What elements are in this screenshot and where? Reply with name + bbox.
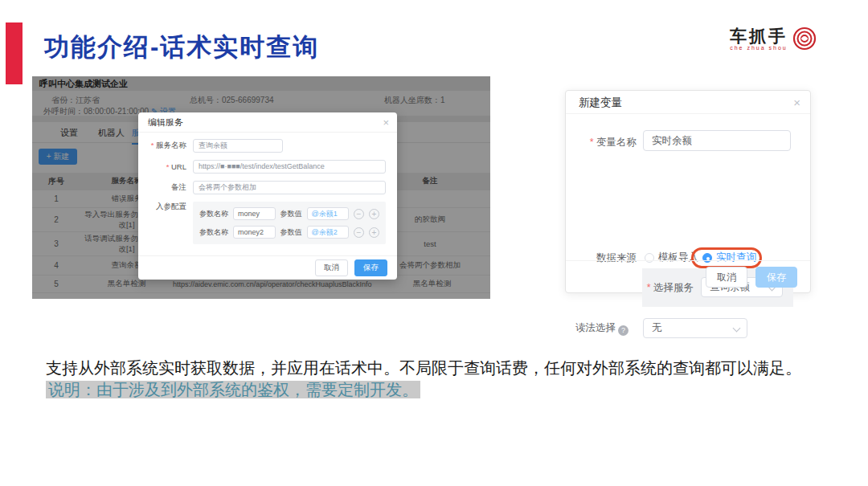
param-row: 参数名称 money 参数值 @余额1 − + (199, 207, 379, 220)
remark-label: 备注 (146, 182, 193, 193)
cancel-button[interactable]: 取消 (315, 259, 348, 276)
page-title: 功能介绍-话术实时查询 (44, 31, 319, 64)
plus-icon[interactable]: + (369, 227, 379, 238)
description-block: 支持从外部系统实时获取数据，并应用在话术中。不局限于查询话费，任何对外部系统的查… (46, 357, 801, 401)
service-name-label: 服务名称 (146, 141, 193, 151)
question-icon[interactable]: ? (618, 325, 628, 336)
dialog-title: 新建变量 (579, 96, 622, 108)
logo-mark-icon (792, 26, 817, 51)
cancel-button[interactable]: 取消 (706, 267, 747, 288)
brand-logo: 车抓手 che zhua shou (730, 26, 817, 51)
save-button[interactable]: 保存 (354, 259, 387, 276)
logo-subtext: che zhua shou (730, 45, 788, 51)
reading-dropdown[interactable]: 无 (643, 318, 747, 338)
var-name-input[interactable]: 实时余额 (643, 130, 791, 151)
param-value-input[interactable]: @余额1 (307, 207, 350, 220)
dialog-footer: 取消 保存 (566, 260, 810, 292)
param-value-input[interactable]: @余额2 (307, 226, 350, 239)
param-row: 参数名称 money2 参数值 @余额2 − + (199, 226, 379, 239)
description-line: 支持从外部系统实时获取数据，并应用在话术中。不局限于查询话费，任何对外部系统的查… (46, 357, 801, 379)
remark-input[interactable]: 会将两个参数相加 (193, 181, 386, 194)
plus-icon[interactable]: + (369, 209, 379, 219)
edit-service-modal: 编辑服务 × 服务名称 查询余额 URL https://■·■■■/test/… (138, 112, 397, 280)
url-label: URL (146, 162, 193, 171)
minus-icon[interactable]: − (354, 209, 364, 219)
param-name-input[interactable]: money (233, 207, 276, 220)
var-name-label: 变量名称 (563, 136, 637, 149)
reading-label: 读法选择? (555, 321, 628, 336)
slide-canvas: 功能介绍-话术实时查询 车抓手 che zhua shou 呼叫中心集成测试企业… (0, 0, 868, 486)
accent-bar (6, 22, 23, 84)
params-panel: 参数名称 money 参数值 @余额1 − + 参数名称 money2 参数值 … (193, 202, 386, 244)
minus-icon[interactable]: − (354, 227, 364, 238)
save-button[interactable]: 保存 (755, 267, 797, 288)
logo-text: 车抓手 (730, 27, 788, 45)
chevron-down-icon (733, 325, 741, 333)
modal-title: 编辑服务 (148, 117, 183, 127)
url-input[interactable]: https://■·■■■/test/index/testGetBalance (193, 160, 386, 174)
service-app-screenshot: 呼叫中心集成测试企业 省份：江苏省 总机号：025-66699734 机器人坐席… (32, 76, 490, 299)
params-label: 入参配置 (146, 202, 193, 212)
param-name-input[interactable]: money2 (233, 226, 276, 239)
close-icon[interactable]: × (793, 91, 800, 114)
note-highlight: 说明：由于涉及到外部系统的鉴权，需要定制开发。 (46, 381, 420, 398)
service-name-input[interactable]: 查询余额 (193, 139, 283, 153)
close-icon[interactable]: × (383, 112, 389, 133)
